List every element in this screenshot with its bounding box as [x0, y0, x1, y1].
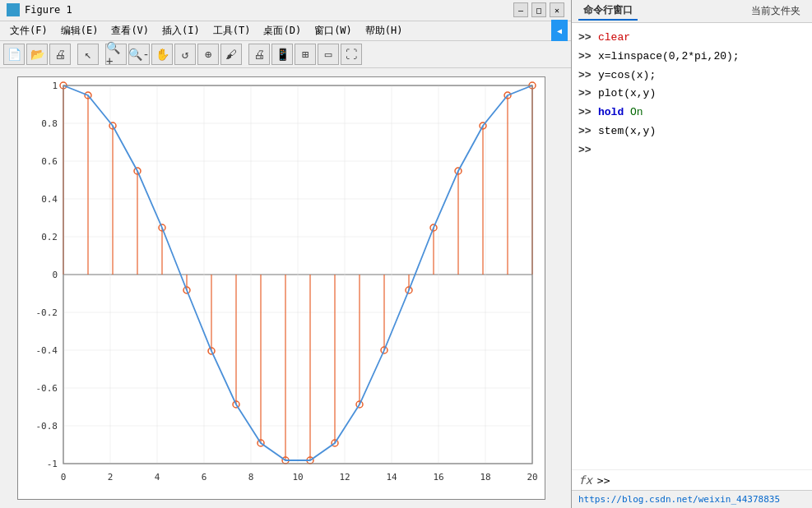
cmd-prompt-1: >>: [578, 30, 595, 47]
cmd-prompt-7: >>: [578, 142, 595, 159]
cmd-text-4: plot(x,y): [598, 85, 656, 103]
menu-bar: 文件(F) 编辑(E) 查看(V) 插入(I) 工具(T) 桌面(D) 窗口(W…: [0, 21, 571, 41]
tab-command-window[interactable]: 命令行窗口: [578, 2, 638, 21]
svg-text:-1: -1: [47, 459, 58, 469]
print-button[interactable]: 🖨: [49, 44, 71, 65]
menu-tools[interactable]: 工具(T): [206, 22, 258, 39]
figure-panel: Figure 1 — □ ✕ 文件(F) 编辑(E) 查看(V) 插入(I) 工…: [0, 0, 572, 508]
svg-text:18: 18: [480, 472, 490, 483]
keyword-hold: hold: [598, 106, 624, 118]
figure-title: Figure 1: [25, 4, 72, 16]
data-cursor[interactable]: ⊕: [197, 44, 219, 65]
cmd-line-7: >>: [578, 142, 805, 159]
svg-text:6: 6: [202, 472, 207, 483]
pan-button[interactable]: ✋: [151, 44, 173, 65]
pointer-tool[interactable]: ↖: [77, 44, 99, 65]
command-footer: https://blog.csdn.net/weixin_44378835: [572, 490, 812, 508]
zoom-in-button[interactable]: 🔍+: [105, 44, 127, 65]
new-button[interactable]: 📄: [3, 44, 25, 65]
cmd-prompt-3: >>: [578, 67, 595, 85]
cmd-line-3: >> y=cos(x);: [578, 67, 805, 85]
rotate-button[interactable]: ↺: [174, 44, 196, 65]
fx-label: fx: [578, 473, 592, 487]
cmd-text-2: x=linspace(0,2*pi,20);: [598, 48, 740, 66]
cmd-prompt-6: >>: [578, 123, 595, 141]
svg-text:12: 12: [339, 472, 350, 483]
svg-text:-0.4: -0.4: [36, 345, 58, 356]
footer-url[interactable]: https://blog.csdn.net/weixin_44378835: [578, 494, 780, 505]
figure-icon: [7, 3, 20, 16]
svg-text:0.6: 0.6: [41, 156, 58, 167]
zoom-out-button[interactable]: 🔍-: [128, 44, 150, 65]
cmd-prompt-2: >>: [578, 48, 595, 66]
plot-canvas: 1 0.8 0.6 0.4 0.2 0 -0.2 -0.4 -0.6 -0.8 …: [17, 76, 545, 500]
open-button[interactable]: 📂: [26, 44, 48, 65]
svg-text:14: 14: [386, 472, 397, 483]
command-header: 命令行窗口 当前文件夹: [572, 0, 812, 23]
fx-prompt: >>: [597, 474, 610, 487]
svg-text:4: 4: [155, 472, 160, 483]
svg-text:0.2: 0.2: [41, 232, 58, 242]
maximize-button[interactable]: □: [531, 2, 546, 17]
toolbar: 📄 📂 🖨 ↖ 🔍+ 🔍- ✋ ↺ ⊕ 🖌 🖨 📱 ⊞ ▭ ⛶: [0, 41, 571, 68]
cmd-prompt-4: >>: [578, 85, 595, 103]
cmd-line-2: >> x=linspace(0,2*pi,20);: [578, 48, 805, 66]
cmd-text-1: clear: [598, 30, 630, 47]
grid-button[interactable]: ⊞: [295, 44, 316, 65]
fx-row: fx >>: [572, 469, 812, 490]
window-controls: — □ ✕: [513, 2, 564, 17]
menu-edit[interactable]: 编辑(E): [54, 22, 105, 39]
svg-text:20: 20: [527, 472, 537, 483]
menu-insert[interactable]: 插入(I): [155, 22, 206, 39]
title-bar-left: Figure 1: [7, 3, 72, 16]
plot-svg: 1 0.8 0.6 0.4 0.2 0 -0.2 -0.4 -0.6 -0.8 …: [18, 77, 545, 496]
menu-view[interactable]: 查看(V): [104, 22, 155, 39]
command-panel: 命令行窗口 当前文件夹 >> clear >> x=linspace(0,2*p…: [572, 0, 812, 508]
svg-text:16: 16: [433, 472, 443, 483]
menu-desktop[interactable]: 桌面(D): [257, 22, 308, 39]
svg-text:2: 2: [108, 472, 114, 483]
svg-text:0.8: 0.8: [41, 118, 58, 129]
cmd-line-1: >> clear: [578, 30, 805, 47]
svg-text:1: 1: [52, 81, 58, 91]
svg-text:0.4: 0.4: [41, 194, 58, 205]
plot-area: 1 0.8 0.6 0.4 0.2 0 -0.2 -0.4 -0.6 -0.8 …: [0, 68, 571, 508]
cmd-prompt-5: >>: [578, 104, 595, 122]
command-body: >> clear >> x=linspace(0,2*pi,20); >> y=…: [572, 23, 812, 469]
cmd-text-5: hold On: [598, 104, 643, 122]
cmd-line-5: >> hold On: [578, 104, 805, 122]
svg-text:-0.8: -0.8: [36, 421, 58, 432]
menu-window[interactable]: 窗口(W): [308, 22, 359, 39]
close-button[interactable]: ✕: [550, 2, 564, 17]
resize-button[interactable]: ⛶: [341, 44, 362, 65]
menu-file[interactable]: 文件(F): [3, 22, 54, 39]
brush-button[interactable]: 🖌: [220, 44, 242, 65]
cmd-text-6: stem(x,y): [598, 123, 656, 141]
tab-current-folder[interactable]: 当前文件夹: [746, 2, 805, 20]
svg-text:-0.2: -0.2: [36, 307, 58, 318]
command-header-tabs: 命令行窗口: [578, 2, 638, 21]
keyword-on: On: [630, 106, 643, 118]
menu-help[interactable]: 帮助(H): [359, 22, 410, 39]
print2-button[interactable]: 🖨: [248, 44, 270, 65]
rect-button[interactable]: ▭: [318, 44, 339, 65]
toggle-button[interactable]: 📱: [271, 44, 293, 65]
title-bar: Figure 1 — □ ✕: [0, 0, 571, 21]
svg-text:10: 10: [292, 472, 303, 483]
svg-text:8: 8: [248, 472, 254, 483]
svg-text:0: 0: [61, 472, 67, 483]
cmd-line-4: >> plot(x,y): [578, 85, 805, 103]
cmd-text-3: y=cos(x);: [598, 67, 656, 85]
svg-text:0: 0: [52, 270, 58, 280]
svg-text:-0.6: -0.6: [36, 383, 58, 394]
cmd-line-6: >> stem(x,y): [578, 123, 805, 141]
collapse-button[interactable]: ◀: [551, 20, 568, 41]
minimize-button[interactable]: —: [513, 2, 528, 17]
